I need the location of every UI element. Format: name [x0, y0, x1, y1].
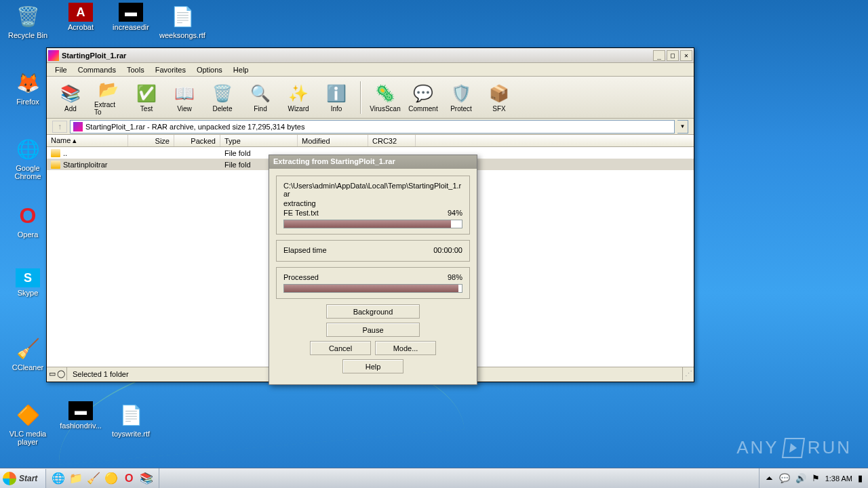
toolbar-button[interactable]: 📂Extract To	[92, 77, 125, 117]
mode-button[interactable]: Mode...	[375, 341, 436, 355]
flag-icon[interactable]: ⚑	[812, 473, 820, 483]
close-button[interactable]: ✕	[680, 50, 692, 61]
volume-icon[interactable]: 🔊	[795, 473, 806, 483]
menu-item[interactable]: Tools	[121, 64, 150, 75]
toolbar-label: Comment	[408, 105, 437, 113]
file-percent: 94%	[448, 209, 462, 217]
icon-label: VLC media player	[3, 430, 53, 446]
chrome-icon[interactable]: 🟡	[103, 470, 119, 487]
toolbar-button[interactable]: ℹ️Info	[319, 81, 353, 114]
total-progressbar	[283, 284, 462, 293]
app-icon: O	[14, 202, 41, 229]
titlebar[interactable]: StartingPloit_1.rar _ □ ✕	[47, 48, 694, 63]
cancel-button[interactable]: Cancel	[310, 341, 371, 355]
winrar-icon	[48, 50, 59, 61]
resize-grip[interactable]: ⋰	[683, 369, 694, 378]
menu-item[interactable]: Commands	[73, 64, 121, 75]
action-center-icon[interactable]: 💬	[779, 473, 790, 483]
menu-item[interactable]: Help	[228, 64, 254, 75]
toolbar-label: Test	[140, 105, 153, 113]
status-icons: ▭◯	[47, 367, 67, 380]
icon-label: Acrobat	[56, 23, 106, 31]
info-icon: ℹ️	[326, 83, 347, 104]
ccleaner-icon[interactable]: 🧹	[85, 470, 102, 487]
desktop-icon[interactable]: ▬increasedir	[106, 3, 156, 31]
column-header[interactable]: Modified	[298, 135, 368, 146]
icon-label: fashiondriv...	[56, 422, 106, 430]
path-dropdown[interactable]: ▼	[677, 120, 688, 134]
toolbar-button[interactable]: 🦠VirusScan	[368, 81, 402, 114]
toolbar-button[interactable]: 📚Add	[54, 81, 87, 114]
desktop-icon[interactable]: OOpera	[3, 202, 53, 239]
app-icon: 📄	[117, 401, 144, 428]
desktop-icon[interactable]: 📄toyswrite.rtf	[106, 401, 156, 438]
folder-icon	[51, 149, 60, 157]
desktop-icon[interactable]: 🧹CCleaner	[3, 335, 53, 371]
path-box[interactable]: StartingPloit_1.rar - RAR archive, unpac…	[70, 120, 675, 134]
app-icon: 🔶	[14, 401, 41, 428]
desktop-icon[interactable]: AAcrobat	[56, 3, 106, 31]
menubar: FileCommandsToolsFavoritesOptionsHelp	[47, 63, 694, 77]
start-button[interactable]: Start	[0, 469, 46, 488]
app-icon: 🦊	[14, 69, 41, 96]
desktop-icon[interactable]: 🗑️Recycle Bin	[3, 3, 53, 39]
up-button[interactable]: ↑	[52, 121, 67, 133]
desktop-icon[interactable]: SSkype	[3, 268, 53, 297]
file-name: Startinploitrar	[63, 161, 107, 169]
help-button[interactable]: Help	[342, 359, 403, 373]
ie-icon[interactable]: 🌐	[50, 470, 66, 487]
minimize-button[interactable]: _	[653, 50, 665, 61]
toolbar-button[interactable]: 🛡️Protect	[444, 81, 478, 114]
column-header[interactable]: Size	[128, 135, 174, 146]
show-desktop-button[interactable]: ▮	[858, 473, 863, 483]
winrar-task-icon[interactable]: 📚	[138, 470, 155, 487]
menu-item[interactable]: File	[50, 64, 73, 75]
background-button[interactable]: Background	[326, 304, 420, 319]
window-title: StartingPloit_1.rar	[62, 52, 653, 60]
desktop-icon[interactable]: 🦊Firefox	[3, 69, 53, 106]
file-progressbar	[283, 220, 462, 228]
app-icon: 🧹	[14, 335, 41, 362]
pathbar: ↑ StartingPloit_1.rar - RAR archive, unp…	[47, 119, 694, 135]
app-icon: ▬	[68, 401, 93, 420]
desktop-icon[interactable]: 🔶VLC media player	[3, 401, 53, 446]
toolbar-button[interactable]: 📖View	[167, 81, 201, 114]
icon-label: CCleaner	[3, 363, 53, 371]
column-header[interactable]: Name ▴	[47, 135, 128, 146]
column-header[interactable]: Type	[220, 135, 298, 146]
extract-to-icon: 📂	[98, 79, 119, 100]
processed-percent: 98%	[448, 273, 462, 281]
app-icon: A	[68, 3, 93, 22]
opera-icon[interactable]: O	[121, 470, 137, 487]
menu-item[interactable]: Favorites	[150, 64, 191, 75]
extract-action: extracting	[283, 199, 316, 207]
toolbar-button[interactable]: 📦SFX	[482, 81, 516, 114]
time-group: Elapsed time 00:00:00	[276, 240, 470, 262]
clock[interactable]: 1:38 AM	[825, 474, 852, 483]
tray-expand-icon[interactable]: ⏶	[765, 473, 774, 483]
toolbar-label: Add	[64, 105, 77, 113]
icon-label: Google Chrome	[3, 164, 53, 180]
menu-item[interactable]: Options	[191, 64, 228, 75]
icon-label: weeksongs.rtf	[157, 31, 208, 39]
find-icon: 🔍	[250, 83, 271, 104]
maximize-button[interactable]: □	[667, 50, 679, 61]
toolbar-button[interactable]: 💬Comment	[406, 81, 440, 114]
toolbar-button[interactable]: 🗑️Delete	[205, 81, 239, 114]
toolbar-button[interactable]: 🔍Find	[243, 81, 277, 114]
app-icon: 🌐	[14, 136, 41, 163]
desktop-icon[interactable]: 📄weeksongs.rtf	[157, 3, 208, 39]
explorer-icon[interactable]: 📁	[68, 470, 84, 487]
desktop-icon[interactable]: 🌐Google Chrome	[3, 136, 53, 180]
toolbar: 📚Add📂Extract To✅Test📖View🗑️Delete🔍Find✨W…	[47, 77, 694, 119]
pause-button[interactable]: Pause	[326, 323, 420, 337]
toolbar-button[interactable]: ✅Test	[130, 81, 163, 114]
dialog-title[interactable]: Extracting from StartingPloit_1.rar	[269, 155, 477, 169]
comment-icon: 💬	[412, 83, 434, 104]
toolbar-button[interactable]: ✨Wizard	[281, 81, 315, 114]
column-header[interactable]: Packed	[174, 135, 220, 146]
column-header[interactable]: CRC32	[368, 135, 416, 146]
sfx-icon: 📦	[488, 83, 510, 104]
desktop-icon[interactable]: ▬fashiondriv...	[56, 401, 106, 430]
wizard-icon: ✨	[288, 83, 309, 104]
